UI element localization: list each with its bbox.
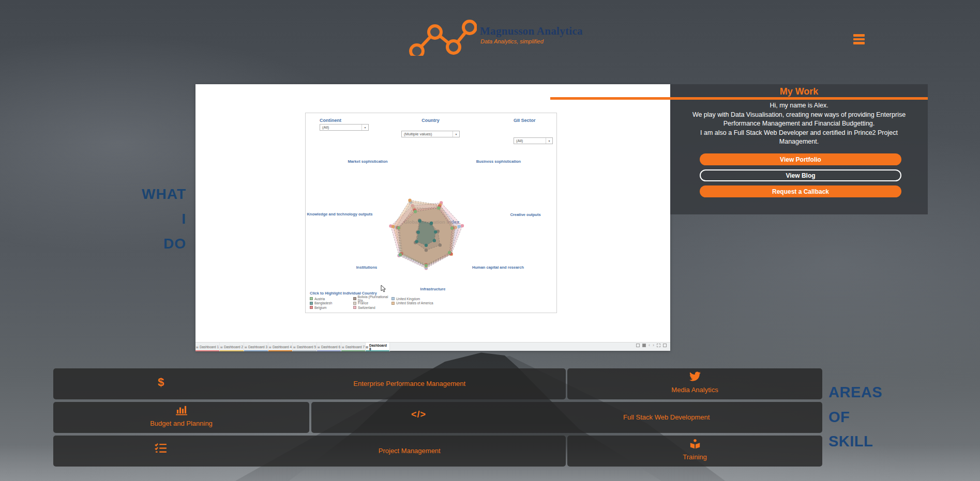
share-icon[interactable] — [663, 344, 667, 347]
data-point[interactable] — [417, 230, 420, 234]
data-point[interactable] — [425, 244, 428, 247]
filter-dropdown[interactable]: (All)▾ — [320, 124, 369, 131]
title-line: AREAS — [828, 380, 882, 405]
axis-label: Institutions — [356, 265, 377, 270]
tab-label: Dashboard 6 — [321, 345, 340, 349]
data-point[interactable] — [414, 210, 417, 213]
legend-item[interactable]: Bangladesh — [310, 301, 353, 306]
data-point[interactable] — [391, 225, 395, 228]
request-a-callback-button[interactable]: Request a Callback — [700, 185, 901, 197]
legend-swatch — [353, 306, 356, 309]
dashboard-tab-bar: ⊞Dashboard 1⊞Dashboard 2⊞Dashboard 3⊞Das… — [195, 342, 670, 351]
data-point[interactable] — [425, 264, 428, 267]
tab-dashboard-5[interactable]: ⊞Dashboard 5 — [293, 343, 317, 351]
prev-tab-icon[interactable]: ‹ — [649, 344, 650, 347]
axis-label: Human capital and research — [472, 265, 524, 270]
filter-row: Continent(All)▾Country(Multiple values)▾… — [306, 113, 556, 133]
filter-label: Continent — [320, 118, 369, 123]
legend-item[interactable]: United Kingdom — [391, 297, 459, 301]
legend-swatch — [310, 297, 313, 300]
tableau-embed-frame: Continent(All)▾Country(Multiple values)▾… — [195, 84, 670, 351]
my-work-paragraph: Hi, my name is Alex.We play with Data Vi… — [672, 101, 926, 147]
filter-value: (All) — [322, 125, 329, 130]
tab-dashboard-2[interactable]: ⊞Dashboard 2 — [220, 343, 244, 351]
tab-label: Dashboard 5 — [297, 345, 316, 349]
hamburger-menu-icon[interactable] — [853, 34, 866, 46]
tab-dashboard-4[interactable]: ⊞Dashboard 4 — [268, 343, 293, 351]
skill-tile-training[interactable]: Training — [567, 436, 822, 467]
skill-tile-full-stack-web-development[interactable]: </>Full Stack Web Development — [311, 402, 822, 433]
chevron-down-icon[interactable]: ▾ — [361, 125, 368, 130]
tab-label: Dashboard 8 — [369, 344, 389, 351]
paragraph-line: Hi, my name is Alex. — [672, 101, 926, 111]
legend-item[interactable]: Austria — [310, 297, 353, 301]
skill-tile-enterprise-performance-management[interactable]: $Enterprise Performance Management — [53, 368, 566, 399]
skill-tile-project-management[interactable]: Project Management — [53, 436, 566, 467]
filter-label: GII Sector — [514, 118, 553, 123]
orange-divider — [550, 97, 928, 100]
legend-item[interactable]: Switzerland — [353, 305, 391, 310]
data-point[interactable] — [399, 253, 402, 256]
layout-grid-icon[interactable] — [636, 344, 640, 347]
tab-label: Dashboard 4 — [273, 345, 292, 349]
data-point[interactable] — [448, 251, 451, 254]
data-point[interactable] — [397, 226, 400, 229]
axis-label: Market sophistication — [348, 159, 387, 164]
view-blog-button[interactable]: View Blog — [700, 169, 901, 181]
brand-name: Magnusson Analytica — [480, 25, 583, 38]
data-point[interactable] — [434, 230, 437, 234]
skill-tile-label: Budget and Planning — [150, 420, 213, 427]
data-point[interactable] — [437, 206, 440, 209]
section-title-what-i-do: WHATIDO — [83, 182, 186, 256]
axis-label: Creative outputs — [510, 212, 540, 217]
next-tab-icon[interactable]: › — [653, 344, 654, 347]
my-work-buttons: View PortfolioView BlogRequest a Callbac… — [700, 153, 901, 197]
tab-dashboard-6[interactable]: ⊞Dashboard 6 — [317, 343, 341, 351]
tab-label: Dashboard 1 — [200, 345, 219, 349]
mouse-cursor — [381, 285, 388, 293]
view-portfolio-button[interactable]: View Portfolio — [700, 153, 901, 165]
dashboard-grid-icon: ⊞ — [220, 345, 223, 349]
twitter-icon — [689, 371, 701, 383]
skill-tile-media-analytics[interactable]: Media Analytics — [567, 368, 822, 399]
dashboard-grid-icon: ⊞ — [293, 345, 296, 349]
brand-logo-icon — [404, 14, 477, 56]
axis-label: Business sophistication — [476, 159, 521, 164]
tab-dashboard-7[interactable]: ⊞Dashboard 7 — [341, 343, 366, 351]
legend-item[interactable]: Bolivia (Plurinational Sta.. — [353, 297, 391, 301]
fullscreen-icon[interactable] — [657, 344, 660, 347]
tab-dashboard-3[interactable]: ⊞Dashboard 3 — [244, 343, 268, 351]
embed-toolbar: ‹ › — [636, 344, 667, 347]
viz-canvas: Continent(All)▾Country(Multiple values)▾… — [305, 113, 557, 313]
legend-label: Bangladesh — [314, 301, 332, 305]
legend-swatch — [353, 302, 356, 305]
legend-label: United States of America — [396, 301, 433, 305]
data-point[interactable] — [458, 225, 461, 228]
data-point[interactable] — [430, 222, 433, 225]
title-line: DO — [83, 231, 186, 256]
axis-label: Knowledge and technology outputs — [307, 212, 372, 216]
legend-item[interactable]: Belgium — [310, 305, 353, 310]
data-point[interactable] — [450, 226, 454, 229]
data-point[interactable] — [408, 198, 411, 201]
data-point[interactable] — [461, 224, 464, 227]
legend-swatch — [353, 297, 356, 300]
tab-dashboard-8[interactable]: ⊞Dashboard 8 — [366, 343, 390, 351]
layout-grid-filled-icon[interactable] — [642, 344, 646, 347]
data-point[interactable] — [439, 243, 442, 246]
legend-item[interactable]: United States of America — [391, 301, 459, 306]
skill-tile-budget-and-planning[interactable]: Budget and Planning — [53, 402, 309, 433]
paragraph-line: We play with Data Visualisation, creatin… — [672, 111, 926, 120]
data-point[interactable] — [418, 220, 421, 223]
filter-label: Country — [401, 118, 460, 123]
dashboard-grid-icon: ⊞ — [342, 345, 344, 349]
code-icon: </> — [411, 409, 426, 420]
legend-item[interactable]: France — [353, 301, 391, 306]
tab-dashboard-1[interactable]: ⊞Dashboard 1 — [195, 343, 220, 351]
data-point[interactable] — [433, 239, 436, 242]
checklist-icon — [155, 443, 167, 455]
tab-color-strip — [293, 350, 316, 352]
data-point[interactable] — [425, 249, 428, 252]
data-point[interactable] — [415, 240, 418, 243]
hamburger-bar — [853, 38, 865, 41]
